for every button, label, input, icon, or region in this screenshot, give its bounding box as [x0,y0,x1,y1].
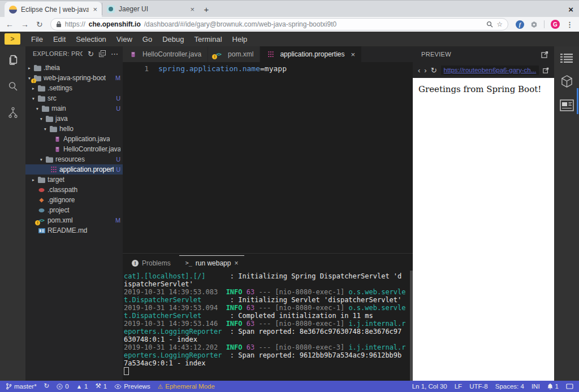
tree-item-pom-xml[interactable]: <>!pom.xmlM [25,215,123,225]
tree-item-application-properties[interactable]: application.propertiesU [25,164,123,175]
search-icon[interactable] [7,81,19,92]
close-tab-icon[interactable]: × [351,50,355,59]
tree-item--settings[interactable]: ▸.settings [25,83,123,93]
extension-icon[interactable] [530,21,538,28]
external-link-icon[interactable] [543,67,549,73]
status-window[interactable] [566,384,573,389]
terminal-output[interactable]: cat].[localhost].[/] : Initializing Spri… [123,270,413,381]
tree-item--theia[interactable]: ▸.theia [25,63,123,73]
tree-item--project[interactable]: .project [25,205,123,215]
preview-back-icon[interactable]: ‹ [418,67,420,74]
tree-item-label: .settings [47,84,72,92]
terminal-text: 2019-10-31 14:39:53.146 [124,320,226,328]
menu-item-help[interactable]: Help [227,35,253,43]
status-git-branch[interactable]: master* [6,383,37,390]
menu-item-go[interactable]: Go [137,35,157,43]
browser-tab-2[interactable]: Jaeger UI× [102,3,199,15]
browser-menu-icon[interactable]: ⋮ [566,20,573,29]
tree-item--classpath[interactable]: .classpath [25,185,123,195]
code-editor[interactable]: 1spring.application.name=myapp [123,62,413,253]
menu-item-edit[interactable]: Edit [48,35,71,43]
forward-icon[interactable]: → [21,20,29,28]
menu-item-view[interactable]: View [111,35,137,43]
status-bell[interactable]: 1 [547,383,559,390]
folder-file-icon [49,126,58,132]
tree-item-hello[interactable]: ▾hello [25,124,123,134]
tree-item-resources[interactable]: ▾resourcesU [25,154,123,164]
che-favicon [9,6,17,14]
status-spaces-4[interactable]: Spaces: 4 [495,383,524,390]
editor-tab-application-properties[interactable]: application.properties× [260,46,362,62]
status-lf[interactable]: LF [455,383,462,390]
java-file-icon [53,146,62,153]
editor-tab-hellocontroller-java[interactable]: HelloController.java [123,46,208,62]
tree-item-web-java-spring-boot[interactable]: ▾!web-java-spring-bootM [25,73,123,83]
zoom-icon[interactable] [486,21,493,28]
tab-run-webapp[interactable]: >_ run webapp × [179,255,245,270]
menu-item-debug[interactable]: Debug [157,35,189,43]
tree-item--gitignore[interactable]: .gitignore [25,195,123,205]
tree-item-application-java[interactable]: Application.java [25,134,123,144]
profile-avatar[interactable]: G [551,20,560,29]
status-utf-8[interactable]: UTF-8 [469,383,488,390]
terminal-line: eporters.LoggingReporter : Span reported… [124,351,413,359]
browser-tab-1[interactable]: Eclipse Che | web-java-sp× [5,2,102,17]
browser-tab-close-icon[interactable]: × [93,6,97,13]
folder-file-icon [33,65,42,71]
tree-item-src[interactable]: ▾srcU [25,93,123,103]
preview-url-link[interactable]: https://routeoben6pa6-gary-ch... [441,66,539,75]
tree-item-java[interactable]: ▾java [25,114,123,124]
files-icon[interactable] [7,54,19,66]
plugins-cube-icon[interactable] [560,75,573,89]
collapse-all-icon[interactable] [99,50,106,57]
toolbar-divider [544,20,545,28]
back-icon[interactable]: ← [6,20,14,28]
preview-forward-icon[interactable]: › [424,67,426,74]
menu-item-terminal[interactable]: Terminal [189,35,227,43]
refresh-explorer-icon[interactable]: ↻ [88,50,94,58]
close-terminal-icon[interactable]: × [234,259,238,267]
editor-tab-pom-xml[interactable]: <>!pom.xml [208,46,260,62]
menu-item-selection[interactable]: Selection [71,35,111,43]
status-label: Ephemeral Mode [165,383,215,390]
browser-tab-title: Eclipse Che | web-java-sp [21,6,89,14]
terminal-scrollbar[interactable] [410,271,413,381]
status-error-circle[interactable]: 0 [57,383,68,390]
address-bar[interactable]: https://che.openshift.io/dashboard/#/ide… [50,18,508,31]
che-workspace-flag-icon[interactable]: > [5,33,20,45]
tree-item-label: .classpath [47,186,77,194]
browser-tab-close-icon[interactable]: × [190,6,195,13]
browser-tabs: Eclipse Che | web-java-sp×Jaeger UI× [5,1,199,17]
open-in-new-window-icon[interactable] [541,51,548,58]
reload-icon[interactable]: ↻ [36,20,43,28]
preview-refresh-icon[interactable]: ↻ [431,67,437,74]
new-tab-button[interactable]: + [199,2,214,16]
status-ini[interactable]: INI [532,383,540,390]
source-control-icon[interactable] [8,107,18,119]
eye-icon [114,384,122,389]
bookmark-star-icon[interactable]: ☆ [496,20,503,28]
fedora-extension-icon[interactable]: f [516,20,524,29]
status-warning-triangle[interactable]: ▲1 [76,383,88,390]
window-close-button[interactable]: × [568,5,573,14]
panel-tab-bar: ! Problems >_ run webapp × [123,254,413,270]
menu-item-file[interactable]: File [26,35,48,43]
status-ln-1-col-30[interactable]: Ln 1, Col 30 [412,383,447,390]
status-eye[interactable]: Previews [114,383,150,390]
status-warning-gold[interactable]: ⚠Ephemeral Mode [158,383,215,390]
tree-item-hellocontroller-java[interactable]: HelloController.java [25,144,123,154]
preview-window-icon[interactable] [560,99,574,111]
tree-item-target[interactable]: ▸target [25,175,123,185]
gitignore-file-icon [37,197,46,203]
status-tools[interactable]: ⚒1 [95,383,107,390]
outline-icon[interactable] [560,53,573,64]
tree-item-readme-md[interactable]: README.md [25,225,123,236]
readme-file-icon [37,228,46,233]
tab-problems[interactable]: ! Problems [126,256,177,270]
more-actions-icon[interactable]: ⋯ [111,50,118,58]
tree-item-main[interactable]: ▾mainU [25,103,123,114]
bell-icon [547,384,553,390]
xml-file-icon: <>! [37,217,46,223]
status-sync[interactable]: ↻ [44,383,50,390]
terminal-text: : Span reported: 8e3676c97630748:8e3676c… [222,328,401,336]
